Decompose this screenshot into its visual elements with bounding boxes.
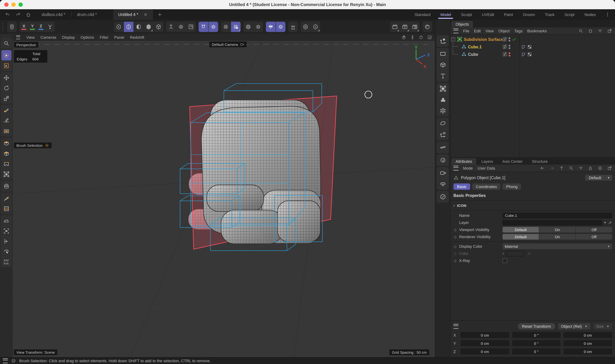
layout-script[interactable]: Script: [564, 11, 575, 18]
sidebar-drag-handle[interactable]: [2, 35, 10, 37]
up-arrow-icon[interactable]: [559, 166, 564, 171]
layer-field[interactable]: [503, 220, 602, 225]
snap-settings-button[interactable]: [208, 22, 218, 32]
position-y-field[interactable]: 0 cm: [461, 340, 509, 346]
edit-enable-toggle[interactable]: ╱: [503, 52, 507, 56]
workplane-button[interactable]: [186, 22, 196, 32]
reset-transform-button[interactable]: Reset Transform: [518, 323, 555, 329]
camera-label[interactable]: Default Camera: [209, 42, 246, 47]
layout-groom[interactable]: Groom: [522, 11, 536, 18]
object-name[interactable]: Cube: [468, 52, 478, 56]
dolly-icon[interactable]: [410, 35, 415, 40]
symmetry-button[interactable]: [266, 22, 275, 32]
primitive-cube-icon[interactable]: [437, 59, 448, 70]
visibility-dots[interactable]: [509, 45, 510, 49]
objects-menu-bookmarks[interactable]: Bookmarks: [527, 29, 547, 33]
position-x-field[interactable]: 0 cm: [461, 332, 509, 338]
visibility-dots[interactable]: [509, 52, 510, 56]
search-icon[interactable]: [578, 28, 583, 33]
tree-row-cube[interactable]: Cube ╱: [451, 51, 615, 58]
toolbar-drag-handle[interactable]: [2, 22, 3, 31]
pop-out-icon[interactable]: [607, 166, 612, 171]
filter-icon[interactable]: [578, 166, 583, 171]
loop-cut-tool[interactable]: [1, 203, 11, 214]
scale-tool[interactable]: [1, 93, 11, 104]
size-dropdown[interactable]: Size ▼: [593, 323, 612, 329]
zoom-tool[interactable]: [1, 38, 11, 48]
viewport-menu-cameras[interactable]: Cameras: [41, 35, 56, 39]
quantize-settings-button[interactable]: [231, 22, 241, 32]
uvw-tag-icon[interactable]: [527, 52, 532, 57]
model-mode-button[interactable]: [123, 22, 134, 32]
phong-tag-icon[interactable]: [521, 44, 526, 49]
back-arrow-icon[interactable]: [540, 166, 545, 171]
chip-coordinates[interactable]: Coordinates: [472, 183, 501, 190]
attributes-menu-mode[interactable]: Mode: [463, 166, 473, 170]
render-animation-button[interactable]: [400, 22, 410, 32]
axis-settings-button[interactable]: [176, 22, 186, 32]
xray-checkbox[interactable]: [503, 258, 507, 263]
move-tool[interactable]: [1, 73, 11, 83]
tab-attributes[interactable]: Attributes: [451, 158, 476, 165]
edit-enable-toggle[interactable]: ╱: [503, 44, 507, 49]
icon-group-row[interactable]: ›ICON: [451, 202, 615, 209]
new-tab-icon[interactable]: [153, 9, 167, 20]
close-tab-icon[interactable]: [143, 12, 148, 17]
edge-slide-tool[interactable]: [1, 236, 11, 246]
tab-dvdbox[interactable]: dvdbox.c4d *: [36, 9, 71, 20]
enable-axis-button[interactable]: [166, 22, 176, 32]
objects-menu-view[interactable]: View: [485, 29, 494, 33]
rectangle-selection-tool[interactable]: [1, 60, 11, 71]
visibility-dots[interactable]: [509, 37, 510, 41]
lock-y-axis-button[interactable]: Y: [28, 22, 37, 32]
chip-phong[interactable]: Phong: [503, 183, 521, 190]
name-field[interactable]: [503, 213, 612, 218]
layout-paint[interactable]: Paint: [504, 11, 514, 18]
render-view-button[interactable]: [390, 22, 400, 32]
minimize-window-button[interactable]: [11, 2, 16, 7]
deformer-icon[interactable]: [437, 118, 448, 129]
subdivision-surface-icon[interactable]: [437, 83, 448, 94]
falloff-button[interactable]: [244, 22, 253, 32]
scene-area[interactable]: Perspective Default Camera Total Edges 6…: [13, 41, 435, 357]
spline-pen-tool[interactable]: [1, 116, 11, 126]
live-selection-tool[interactable]: [1, 50, 11, 60]
display-color-dropdown[interactable]: Material ▼: [503, 244, 612, 249]
make-editable-button[interactable]: [114, 22, 123, 32]
volume-builder-icon[interactable]: [437, 94, 448, 105]
preset-dropdown[interactable]: Default ▼: [585, 175, 612, 181]
objects-menu-file[interactable]: File: [463, 29, 469, 33]
filter-icon[interactable]: [598, 28, 602, 33]
viewport-menu-panel[interactable]: Panel: [114, 35, 124, 39]
tab-axis-center[interactable]: Axis Center: [498, 158, 527, 165]
extrude-cube-tool[interactable]: [1, 138, 11, 148]
spline-rectangle-icon[interactable]: [437, 48, 448, 59]
objects-menu-icon[interactable]: [453, 28, 458, 33]
lock-icon[interactable]: [588, 166, 593, 171]
tab-objects[interactable]: Objects: [451, 21, 473, 27]
tab-untitled4[interactable]: Untitled 4 *: [113, 9, 153, 20]
option-off[interactable]: Off: [575, 234, 612, 240]
axis-cube-icon[interactable]: [437, 129, 448, 140]
pop-out-icon[interactable]: [607, 28, 612, 33]
layout-sculpt[interactable]: Sculpt: [460, 11, 473, 18]
viewport-menu-redshift[interactable]: Redshift: [130, 35, 144, 39]
bridge-arch-tool[interactable]: [1, 158, 11, 169]
objects-menu-object[interactable]: Object: [498, 29, 510, 33]
stamp-tool[interactable]: [1, 226, 11, 236]
object-name[interactable]: Cube.1: [468, 45, 482, 49]
chip-basic[interactable]: Basic: [453, 183, 470, 190]
modeling-settings-button[interactable]: [7, 22, 17, 32]
iron-tool[interactable]: [1, 215, 11, 226]
color-swatch[interactable]: [507, 251, 524, 256]
attributes-menu-icon[interactable]: [453, 166, 458, 171]
rotate-tool[interactable]: [1, 83, 11, 93]
edit-enable-toggle[interactable]: ╱: [503, 37, 507, 42]
tree-row-subdivision-surface[interactable]: − Subdivision Surface ╱: [451, 36, 615, 43]
axis-modify-icon[interactable]: [437, 36, 448, 47]
rotation-x-field[interactable]: 0 °: [512, 332, 560, 338]
snap-button[interactable]: [199, 22, 208, 32]
forward-arrow-icon[interactable]: [549, 166, 555, 171]
undo-icon[interactable]: [5, 12, 10, 17]
symmetry-settings-button[interactable]: [275, 22, 286, 32]
